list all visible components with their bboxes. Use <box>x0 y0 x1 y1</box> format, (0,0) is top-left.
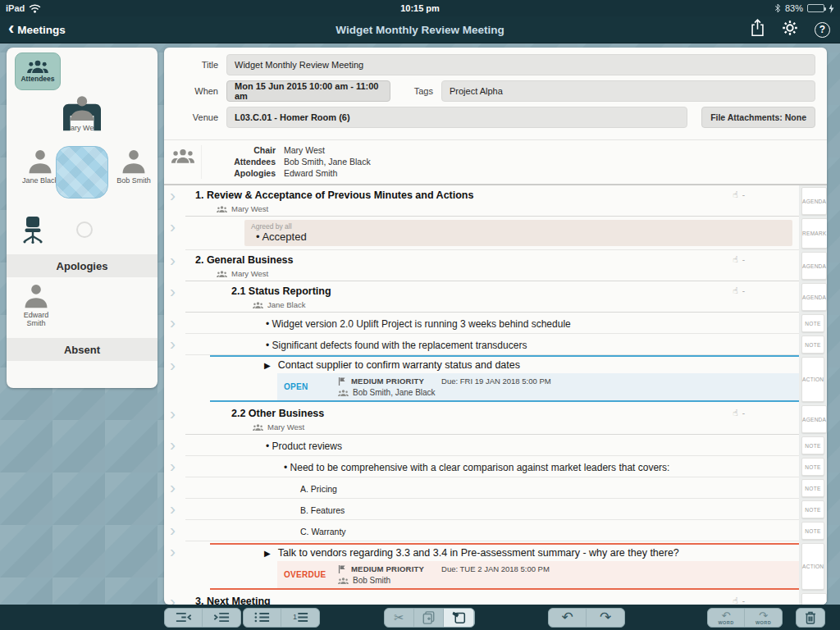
expand-chevron-icon[interactable]: › <box>164 501 185 520</box>
item-type-chip: NOTE <box>801 436 824 454</box>
tags-field[interactable]: Project Alpha <box>441 80 815 102</box>
note-row[interactable]: › • Product reviews NOTE <box>164 435 827 456</box>
outdent-icon <box>176 612 192 623</box>
seat-right-person[interactable]: Bob Smith <box>107 148 158 185</box>
action-title[interactable]: Contact supplier to confirm warranty sta… <box>278 359 520 371</box>
help-button[interactable]: ? <box>815 22 830 38</box>
note-text[interactable]: C. Warranty <box>190 523 346 538</box>
attendee-name: Bob Smith <box>116 176 151 185</box>
note-row[interactable]: › B. Features NOTE <box>164 499 827 520</box>
agenda-item-row[interactable]: › 2.2 Other Business Mary West ☝- AGENDA <box>164 404 827 435</box>
vote-hand-icon[interactable]: ☝- <box>733 408 745 418</box>
action-row[interactable]: › ▶ Talk to vendors regarding 3.3 and 3.… <box>164 541 827 591</box>
note-row[interactable]: › • Significant defects found with the r… <box>164 334 827 355</box>
vote-hand-icon[interactable]: ☝- <box>733 285 745 296</box>
attendance-summary[interactable]: Chair Mary West Attendees Bob Smith, Jan… <box>164 139 827 185</box>
expand-chevron-icon[interactable]: › <box>164 188 185 217</box>
expand-chevron-icon[interactable]: › <box>164 437 185 456</box>
when-field[interactable]: Mon 15 Jun 2015 10:00 am - 11:00 am <box>226 80 390 102</box>
expand-chevron-icon[interactable]: › <box>164 523 185 541</box>
note-row[interactable]: › A. Pricing NOTE <box>164 477 827 499</box>
title-field[interactable]: Widget Monthly Review Meeting <box>226 54 815 75</box>
expand-chevron-icon[interactable]: › <box>164 315 185 334</box>
agenda-item-title[interactable]: 2.1 Status Reporting <box>190 285 792 299</box>
action-priority: MEDIUM PRIORITY <box>351 377 424 386</box>
bullet-list-button[interactable] <box>244 609 281 627</box>
agenda-item-title[interactable]: 1. Review & Acceptance of Previous Minut… <box>190 189 792 203</box>
action-title[interactable]: Talk to vendors regarding 3.3 and 3.4 in… <box>278 547 679 559</box>
vote-hand-icon[interactable]: ☝- <box>733 189 745 200</box>
agenda-item-title[interactable]: 2.2 Other Business <box>190 407 792 421</box>
chair-value: Mary West <box>284 145 371 156</box>
item-type-chip: REMARK <box>801 218 827 249</box>
undo-button[interactable]: ↶ <box>549 609 587 627</box>
seat-chair-person[interactable]: Mary West <box>56 94 108 132</box>
note-text[interactable]: • Widget version 2.0 Uplift Project is r… <box>190 316 571 331</box>
venue-field[interactable]: L03.C.01 - Homer Room (6) <box>226 107 687 128</box>
absent-header: Absent <box>7 338 158 361</box>
back-button[interactable]: ‹ Meetings <box>8 23 66 37</box>
copy-button[interactable] <box>414 609 444 627</box>
action-due: Due: TUE 2 JAN 2018 5:00 PM <box>441 564 550 573</box>
agenda-item-row[interactable]: › 3. Next Meeting All ☝- AGENDA <box>164 591 827 605</box>
agenda-item-row[interactable]: › 2.1 Status Reporting Jane Black ☝- AGE… <box>164 281 827 313</box>
note-text[interactable]: • Product reviews <box>190 438 342 453</box>
remark-row[interactable]: › Agreed by all • Accepted REMARK <box>164 217 827 250</box>
action-overdue[interactable]: ▶ Talk to vendors regarding 3.3 and 3.4 … <box>210 543 799 590</box>
battery-icon <box>807 4 824 12</box>
remark-box[interactable]: Agreed by all • Accepted <box>244 220 792 246</box>
settings-button[interactable] <box>782 20 798 39</box>
item-type-chip: AGENDA <box>801 405 827 433</box>
word-undo-button[interactable]: ↶ WORD <box>708 609 745 627</box>
expand-chevron-icon[interactable]: › <box>164 459 185 477</box>
paste-button[interactable] <box>444 609 473 627</box>
agenda-item-row[interactable]: › 1. Review & Acceptance of Previous Min… <box>164 185 827 217</box>
numbered-list-button[interactable]: 1 <box>281 609 319 627</box>
empty-seat-marker[interactable] <box>76 221 93 238</box>
action-triangle-icon: ▶ <box>264 549 271 558</box>
attendees-button[interactable]: Attendees <box>15 52 61 90</box>
apology-person[interactable]: Edward Smith <box>14 282 58 327</box>
svg-text:1: 1 <box>293 613 297 621</box>
expand-chevron-icon[interactable]: › <box>164 594 185 605</box>
priority-flag-icon <box>338 565 345 573</box>
share-icon <box>750 19 765 37</box>
note-row[interactable]: › C. Warranty NOTE <box>164 520 827 541</box>
outdent-button[interactable] <box>165 609 203 627</box>
agenda-item-title[interactable]: 2. General Business <box>190 253 792 267</box>
meeting-table[interactable] <box>56 146 108 199</box>
action-open[interactable]: ▶ Contact supplier to confirm warranty s… <box>210 355 799 402</box>
expand-chevron-icon[interactable]: › <box>164 219 185 250</box>
expand-chevron-icon[interactable]: › <box>164 284 185 313</box>
vote-hand-icon[interactable]: ☝- <box>733 254 745 265</box>
agenda-item-row[interactable]: › 2. General Business Mary West ☝- AGEND… <box>164 250 827 281</box>
share-button[interactable] <box>750 19 765 40</box>
agenda-item-title[interactable]: 3. Next Meeting <box>190 595 792 605</box>
scissors-icon: ✂ <box>394 611 404 623</box>
note-row[interactable]: › • Widget version 2.0 Uplift Project is… <box>164 313 827 334</box>
expand-chevron-icon[interactable]: › <box>164 358 185 404</box>
cut-button[interactable]: ✂ <box>385 609 414 627</box>
note-text[interactable]: • Significant defects found with the rep… <box>190 337 527 352</box>
note-text[interactable]: A. Pricing <box>190 481 337 495</box>
office-chair-icon[interactable] <box>20 216 46 244</box>
note-text[interactable]: • Need to be comprehensive with a clear … <box>190 459 669 474</box>
agenda-item-owner: Mary West <box>267 422 304 431</box>
expand-chevron-icon[interactable]: › <box>164 253 185 281</box>
note-text[interactable]: B. Features <box>190 502 345 517</box>
note-row[interactable]: › • Need to be comprehensive with a clea… <box>164 456 827 477</box>
expand-chevron-icon[interactable]: › <box>164 544 185 591</box>
file-attachments-button[interactable]: File Attachments: None <box>701 107 815 128</box>
device-label: iPad <box>6 3 25 13</box>
redo-button[interactable]: ↷ <box>587 609 624 627</box>
action-row[interactable]: › ▶ Contact supplier to confirm warranty… <box>164 355 827 404</box>
delete-button[interactable] <box>797 609 824 627</box>
vote-hand-icon[interactable]: ☝- <box>733 596 745 605</box>
word-redo-button[interactable]: ↷ WORD <box>745 609 782 627</box>
indent-button[interactable] <box>203 609 240 627</box>
expand-chevron-icon[interactable]: › <box>164 336 185 355</box>
expand-chevron-icon[interactable]: › <box>164 480 185 499</box>
assignee-group-icon <box>338 390 349 396</box>
copy-icon <box>422 611 435 624</box>
expand-chevron-icon[interactable]: › <box>164 406 185 435</box>
